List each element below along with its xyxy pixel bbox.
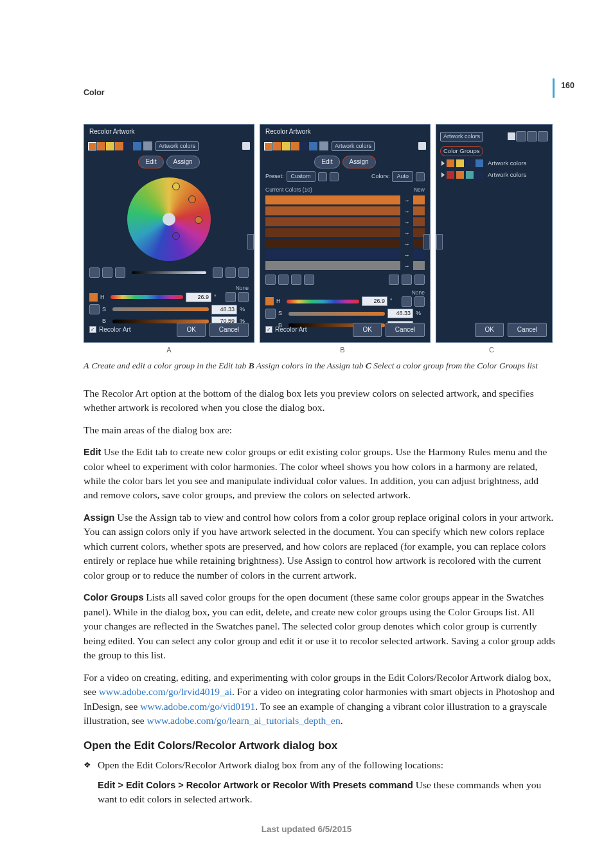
smooth-wheel-icon[interactable] bbox=[89, 267, 100, 278]
ok-button[interactable]: OK bbox=[177, 323, 205, 338]
hue-slider[interactable] bbox=[111, 295, 183, 299]
harmony-node[interactable] bbox=[188, 195, 196, 203]
menu-icon[interactable] bbox=[414, 296, 425, 307]
cancel-button[interactable]: Cancel bbox=[508, 323, 547, 338]
tab-edit[interactable]: Edit bbox=[138, 156, 163, 169]
harmony-node[interactable] bbox=[172, 232, 180, 240]
menu-icon[interactable] bbox=[238, 292, 249, 302]
tab-assign[interactable]: Assign bbox=[166, 156, 200, 169]
colors-dropdown[interactable]: Auto bbox=[392, 171, 413, 182]
active-color-swatch[interactable] bbox=[88, 142, 96, 150]
color-swatch[interactable] bbox=[309, 142, 317, 150]
color-swatch bbox=[466, 159, 474, 167]
assign-row[interactable]: → bbox=[265, 239, 425, 248]
row-tool-icon[interactable] bbox=[414, 275, 425, 285]
eyedropper-icon[interactable] bbox=[226, 292, 236, 302]
tool-icon[interactable] bbox=[213, 267, 223, 278]
saturation-slider[interactable] bbox=[112, 307, 209, 311]
ok-button[interactable]: OK bbox=[353, 323, 381, 338]
saturation-field[interactable]: 48.33 bbox=[211, 305, 237, 314]
dropdown-icon[interactable] bbox=[319, 141, 328, 150]
collapse-handle[interactable] bbox=[436, 234, 443, 249]
intro-paragraph-1: The Recolor Art option at the bottom of … bbox=[84, 386, 555, 415]
preset-options-icon[interactable] bbox=[330, 172, 339, 181]
chevron-right-icon bbox=[441, 172, 445, 177]
cancel-button[interactable]: Cancel bbox=[209, 323, 249, 338]
saturation-slider[interactable] bbox=[289, 312, 385, 316]
color-swatch[interactable] bbox=[291, 142, 299, 150]
color-group-item[interactable]: Artwork colors bbox=[436, 158, 552, 169]
recolor-art-checkbox[interactable]: ✓Recolor Art bbox=[89, 325, 130, 335]
save-group-icon[interactable] bbox=[516, 131, 526, 141]
row-tool-icon[interactable] bbox=[291, 275, 301, 285]
brightness-slider[interactable] bbox=[132, 271, 206, 274]
active-color-swatch[interactable] bbox=[264, 142, 272, 150]
expand-handle[interactable] bbox=[423, 234, 430, 249]
preset-dropdown[interactable]: Custom bbox=[287, 171, 315, 182]
hue-field[interactable]: 26.9 bbox=[186, 293, 211, 302]
row-tool-icon[interactable] bbox=[265, 275, 276, 285]
color-groups-term: Color Groups bbox=[84, 592, 143, 602]
get-color-icon[interactable] bbox=[508, 132, 515, 140]
harmony-node[interactable] bbox=[172, 183, 180, 190]
color-swatch[interactable] bbox=[282, 142, 290, 150]
color-group-name: Artwork colors bbox=[440, 132, 483, 141]
edit-paragraph: Edit Use the Edit tab to create new colo… bbox=[84, 445, 555, 503]
color-wheel[interactable] bbox=[127, 177, 211, 261]
color-swatch bbox=[475, 159, 483, 167]
video-link-1[interactable]: www.adobe.com/go/lrvid4019_ai bbox=[99, 686, 232, 697]
color-swatch[interactable] bbox=[133, 142, 141, 150]
edit-term: Edit bbox=[84, 447, 101, 457]
section-label: Color bbox=[84, 87, 555, 98]
segmented-wheel-icon[interactable] bbox=[102, 267, 112, 278]
color-swatch[interactable] bbox=[97, 142, 105, 150]
color-swatch[interactable] bbox=[115, 142, 123, 150]
get-color-icon[interactable] bbox=[242, 142, 250, 150]
preset-menu-icon[interactable] bbox=[318, 172, 327, 181]
cancel-button[interactable]: Cancel bbox=[386, 323, 425, 338]
new-group-icon[interactable] bbox=[527, 131, 537, 141]
assign-row[interactable]: → bbox=[265, 261, 425, 270]
tool-icon[interactable] bbox=[226, 267, 236, 278]
hue-slider[interactable] bbox=[287, 300, 359, 303]
ok-button[interactable]: OK bbox=[475, 323, 503, 338]
hue-label: H bbox=[276, 297, 284, 305]
tool-icon[interactable] bbox=[238, 267, 249, 278]
saturation-unit: % bbox=[240, 305, 249, 314]
color-mode-icon[interactable] bbox=[89, 304, 100, 314]
dropdown-icon[interactable] bbox=[143, 141, 152, 150]
color-mode-icon[interactable] bbox=[265, 309, 276, 319]
color-swatch[interactable] bbox=[124, 142, 132, 150]
caption-c-text: Select a color group from the Color Grou… bbox=[371, 361, 538, 370]
color-swatch[interactable] bbox=[300, 142, 308, 150]
row-tool-icon[interactable] bbox=[278, 275, 289, 285]
figure-letter-c: C bbox=[431, 345, 553, 356]
expand-handle[interactable] bbox=[247, 234, 254, 249]
hue-field[interactable]: 26.9 bbox=[362, 296, 387, 306]
colors-menu-icon[interactable] bbox=[416, 172, 425, 181]
assign-row[interactable]: → bbox=[265, 217, 425, 226]
assign-row[interactable]: → bbox=[265, 206, 425, 215]
tab-assign[interactable]: Assign bbox=[342, 156, 376, 169]
get-color-icon[interactable] bbox=[418, 142, 426, 150]
eyedropper-icon[interactable] bbox=[402, 296, 412, 307]
figure-caption: A Create and edit a color group in the E… bbox=[84, 359, 555, 372]
saturation-field[interactable]: 48.33 bbox=[387, 309, 413, 318]
assign-row[interactable]: → bbox=[265, 195, 425, 204]
assign-row[interactable]: → bbox=[265, 250, 425, 259]
color-swatch[interactable] bbox=[106, 142, 114, 150]
video-link-2[interactable]: www.adobe.com/go/vid0191 bbox=[140, 701, 255, 712]
delete-group-icon[interactable] bbox=[538, 131, 548, 141]
recolor-art-checkbox[interactable]: ✓Recolor Art bbox=[265, 325, 306, 335]
tab-edit[interactable]: Edit bbox=[314, 156, 339, 169]
row-tool-icon[interactable] bbox=[304, 275, 314, 285]
recolor-panel-edit: Recolor Artwork Artwork colors Edit Assi… bbox=[84, 124, 254, 343]
color-group-item[interactable]: Artwork colors bbox=[436, 169, 552, 181]
color-bars-icon[interactable] bbox=[115, 267, 125, 278]
color-swatch[interactable] bbox=[273, 142, 281, 150]
assign-row[interactable]: → bbox=[265, 228, 425, 237]
row-tool-icon[interactable] bbox=[389, 275, 399, 285]
harmony-node[interactable] bbox=[195, 216, 202, 224]
row-tool-icon[interactable] bbox=[402, 275, 412, 285]
video-link-3[interactable]: www.adobe.com/go/learn_ai_tutorials_dept… bbox=[147, 715, 341, 726]
